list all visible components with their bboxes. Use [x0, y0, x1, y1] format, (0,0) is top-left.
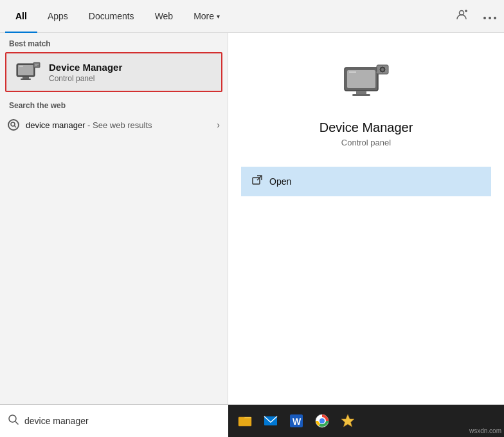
chrome-icon: [314, 413, 330, 429]
bottom-search-icon: [8, 414, 19, 428]
search-magnifier-icon: [10, 122, 17, 128]
content-area: Best match: [0, 33, 504, 437]
favorites-icon: [340, 413, 356, 429]
search-input[interactable]: [24, 416, 221, 426]
svg-point-23: [381, 68, 384, 71]
svg-rect-20: [352, 94, 370, 96]
svg-line-15: [15, 126, 17, 128]
file-explorer-icon: [237, 413, 253, 429]
svg-rect-29: [239, 417, 251, 426]
feedback-button[interactable]: [453, 6, 471, 26]
best-match-subtitle: Control panel: [49, 74, 122, 83]
svg-point-4: [489, 17, 491, 19]
more-options-button[interactable]: [481, 8, 499, 24]
svg-point-34: [320, 418, 325, 423]
svg-marker-35: [341, 414, 354, 427]
svg-point-3: [483, 17, 486, 19]
nav-right-icons: [453, 6, 499, 26]
tab-documents[interactable]: Documents: [78, 0, 145, 33]
word-icon: W: [289, 413, 304, 429]
svg-point-5: [494, 17, 496, 19]
magnifier-icon: [8, 414, 19, 425]
web-result-chevron-icon: ›: [217, 120, 220, 130]
svg-rect-10: [21, 79, 31, 80]
tab-web[interactable]: Web: [145, 0, 184, 33]
search-input-area: [0, 405, 228, 438]
open-icon: [251, 174, 263, 189]
taskbar-mail[interactable]: [259, 409, 282, 432]
nav-tabs: All Apps Documents Web More ▾: [0, 0, 504, 33]
ellipsis-icon: [483, 17, 496, 19]
app-large-subtitle: Control panel: [341, 138, 391, 147]
open-app-icon: [251, 174, 263, 186]
web-query: device manager: [26, 120, 86, 130]
watermark: wsxdn.com: [469, 427, 501, 434]
svg-rect-9: [22, 77, 29, 79]
app-large-title: Device Manager: [320, 120, 413, 135]
chevron-down-icon: ▾: [217, 13, 220, 20]
see-web-results: - See web results: [86, 120, 152, 130]
open-label: Open: [269, 176, 291, 187]
search-circle-icon: [8, 119, 19, 131]
web-result-text: device manager - See web results: [26, 120, 210, 130]
web-result-item[interactable]: device manager - See web results ›: [0, 114, 228, 136]
right-panel: Device Manager Control panel Open: [228, 33, 504, 437]
svg-rect-19: [356, 91, 366, 94]
search-panel: All Apps Documents Web More ▾: [0, 0, 504, 437]
best-match-title: Device Manager: [49, 62, 122, 73]
device-manager-small-icon: [14, 59, 41, 86]
svg-line-28: [15, 422, 19, 425]
feedback-icon: [455, 8, 468, 21]
taskbar-favorites[interactable]: [336, 409, 359, 432]
mail-icon: [263, 413, 278, 429]
svg-point-14: [11, 122, 15, 126]
device-manager-large-icon: [341, 59, 392, 110]
best-match-label: Best match: [0, 33, 228, 52]
tab-apps[interactable]: Apps: [37, 0, 78, 33]
best-match-item[interactable]: Device Manager Control panel: [5, 52, 222, 92]
taskbar-chrome[interactable]: [310, 409, 334, 432]
svg-rect-17: [347, 70, 375, 88]
left-panel: Best match: [0, 33, 228, 437]
bottom-search-bar: W: [0, 404, 504, 437]
taskbar-file-explorer[interactable]: [233, 409, 256, 432]
app-large-icon: [341, 59, 392, 110]
svg-text:W: W: [292, 416, 302, 427]
search-web-label: Search the web: [0, 92, 228, 114]
device-manager-icon: [14, 59, 41, 86]
taskbar-area: W: [228, 405, 504, 438]
tab-more[interactable]: More ▾: [183, 0, 230, 33]
svg-rect-11: [33, 62, 40, 68]
open-button[interactable]: Open: [241, 167, 491, 196]
svg-point-27: [9, 415, 16, 422]
svg-line-24: [377, 71, 378, 73]
best-match-text: Device Manager Control panel: [49, 62, 122, 83]
tab-all[interactable]: All: [5, 0, 37, 33]
taskbar-word[interactable]: W: [285, 409, 308, 432]
